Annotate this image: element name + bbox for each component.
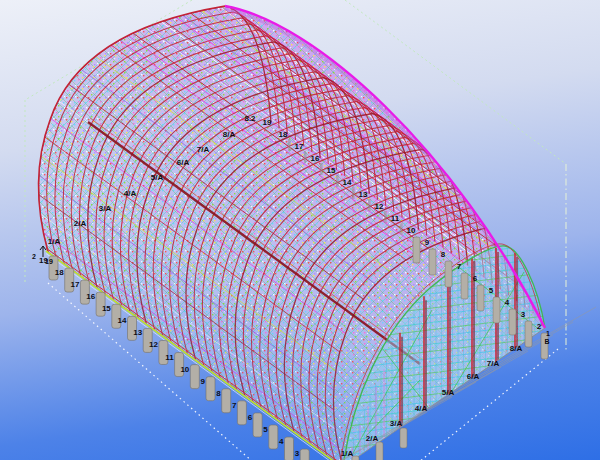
- near-pier-number: 12: [149, 340, 158, 349]
- far-column-stub: [384, 211, 387, 223]
- rear-arch-grid-label: 5/A: [151, 173, 164, 182]
- far-eave-grid-number: 7: [457, 262, 462, 271]
- vault-structure: [38, 6, 566, 460]
- near-pier-number: 15: [102, 304, 111, 313]
- pier: [300, 449, 309, 460]
- far-eave-grid-number: 4: [505, 298, 510, 307]
- far-eave-grid-number: 5: [489, 286, 494, 295]
- near-pier-number: 11: [165, 353, 174, 362]
- pier: [253, 413, 262, 437]
- pier: [493, 297, 500, 323]
- gable-base-grid-label: 2/A: [366, 434, 379, 443]
- far-eave-grid-number: 6: [473, 274, 478, 283]
- far-column-stub: [352, 187, 355, 199]
- pier: [461, 273, 468, 299]
- gable-pier: [352, 456, 359, 460]
- rear-arch-grid-label: 7/A: [197, 145, 210, 154]
- near-pier-number: 18: [55, 268, 64, 277]
- far-column-stub: [288, 139, 291, 151]
- gable-base-grid-label: 8/A: [510, 344, 523, 353]
- pier: [477, 285, 484, 311]
- pier: [237, 401, 246, 425]
- gable-base-grid-label: 6/A: [467, 372, 480, 381]
- pier: [413, 237, 420, 263]
- near-pier-number: 16: [86, 292, 95, 301]
- far-column-stub: [336, 175, 339, 187]
- far-eave-grid-number: 15: [327, 166, 336, 175]
- far-eave-grid-number: 14: [343, 178, 352, 187]
- corner-grid-label: 1: [546, 330, 550, 337]
- far-eave-grid-number: 9: [425, 238, 430, 247]
- flank-translucency: [38, 6, 545, 460]
- corner-axis-label: B: [544, 338, 549, 345]
- pier: [429, 249, 436, 275]
- near-pier-number: 5: [263, 425, 268, 434]
- near-pier-number: 3: [295, 449, 300, 458]
- near-pier-number: 10: [180, 365, 189, 374]
- near-pier-number: 4: [279, 437, 284, 446]
- far-column-stub: [320, 163, 323, 175]
- origin-grid-number: 19: [45, 258, 53, 265]
- rear-arch-grid-label: 3/A: [99, 204, 112, 213]
- structural-model-3d: 1/A2/A3/A4/A5/A6/A7/A8/A1918171615141312…: [0, 0, 600, 460]
- gable-base-grid-label: 4/A: [415, 404, 428, 413]
- gable-base-grid-label: 5/A: [442, 388, 455, 397]
- near-pier-number: 6: [248, 413, 253, 422]
- gable-base-grid-label: 1/A: [341, 449, 354, 458]
- pier: [222, 389, 231, 413]
- pier: [206, 377, 215, 401]
- far-eave-grid-number: 12: [375, 202, 384, 211]
- rear-arch-grid-label: 8.2: [244, 114, 256, 123]
- pier: [445, 261, 452, 287]
- near-pier-number: 8: [216, 389, 221, 398]
- cad-viewport-3d[interactable]: 1/A2/A3/A4/A5/A6/A7/A8/A1918171615141312…: [0, 0, 600, 460]
- pier: [269, 425, 278, 449]
- rear-arch-grid-label: 1/A: [48, 237, 61, 246]
- far-column-stub: [304, 151, 307, 163]
- near-pier-number: 14: [118, 316, 127, 325]
- far-eave-grid-number: 11: [391, 214, 400, 223]
- rear-arch-grid-label: 6/A: [177, 158, 190, 167]
- near-pier-number: 9: [201, 377, 206, 386]
- near-pier-number: 17: [70, 280, 79, 289]
- gable-base-grid-label: 3/A: [390, 419, 403, 428]
- far-eave-grid-number: 19: [263, 118, 272, 127]
- far-eave-grid-number: 2: [537, 322, 542, 331]
- pier: [190, 365, 199, 389]
- rear-arch-grid-label: 4/A: [124, 189, 137, 198]
- far-eave-grid-number: 13: [359, 190, 368, 199]
- far-eave-grid-number: 8: [441, 250, 446, 259]
- gable-base-grid-label: 7/A: [487, 359, 500, 368]
- rear-arch-grid-label: 8/A: [223, 130, 236, 139]
- origin-axis-number: 2: [32, 253, 36, 260]
- pier: [285, 437, 294, 460]
- near-pier-number: 7: [232, 401, 237, 410]
- gable-pier: [376, 442, 383, 460]
- gable-pier: [400, 428, 407, 448]
- far-eave-grid-number: 16: [311, 154, 320, 163]
- far-eave-grid-number: 10: [407, 226, 416, 235]
- far-column-stub: [368, 199, 371, 211]
- near-pier-number: 13: [133, 328, 142, 337]
- far-eave-grid-number: 17: [295, 142, 304, 151]
- far-column-stub: [400, 223, 403, 235]
- far-eave-grid-number: 3: [521, 310, 526, 319]
- rear-arch-grid-label: 2/A: [74, 219, 87, 228]
- pier: [525, 321, 532, 347]
- pier: [509, 309, 516, 335]
- far-eave-grid-number: 18: [279, 130, 288, 139]
